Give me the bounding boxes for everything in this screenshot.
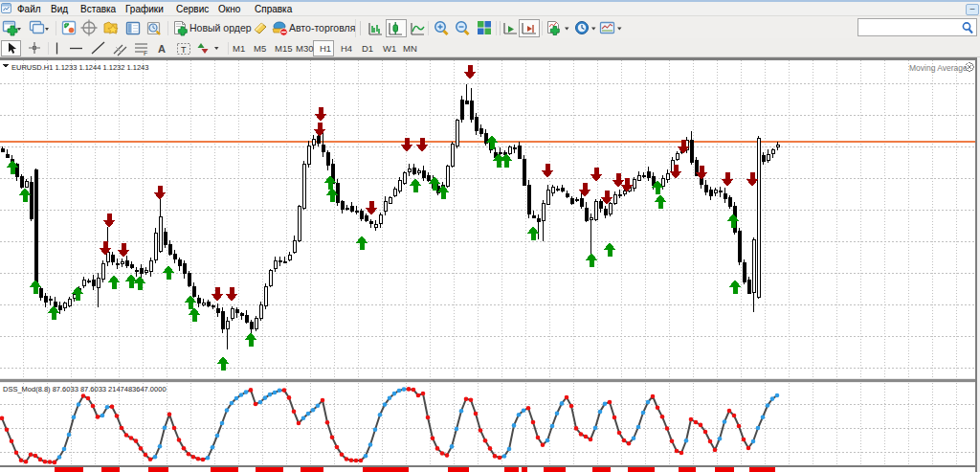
svg-text:DSS_Mod(8.8) 87.6033 87.6033 2: DSS_Mod(8.8) 87.6033 87.6033 2147483647.…	[3, 385, 167, 393]
svg-text:T: T	[181, 45, 187, 55]
svg-text:W1: W1	[383, 43, 396, 54]
svg-text:Авто-торговля: Авто-торговля	[289, 22, 355, 34]
svg-text:F: F	[144, 50, 147, 56]
svg-text:M30: M30	[296, 43, 313, 54]
svg-text:A: A	[158, 43, 166, 55]
svg-text:H4: H4	[341, 43, 352, 54]
svg-text:H1: H1	[320, 43, 331, 54]
svg-text:D1: D1	[362, 43, 373, 54]
svg-text:Moving Average: Moving Average	[909, 63, 968, 73]
svg-text:MN: MN	[403, 43, 417, 54]
svg-text:EURUSD.H1 1.1233 1.1244 1.123: EURUSD.H1 1.1233 1.1244 1.1232 1.1243	[11, 63, 148, 72]
svg-text:Новый ордер: Новый ордер	[189, 22, 252, 34]
svg-text:M15: M15	[275, 43, 292, 54]
svg-text:M1: M1	[233, 43, 245, 54]
svg-text:M5: M5	[254, 43, 266, 54]
